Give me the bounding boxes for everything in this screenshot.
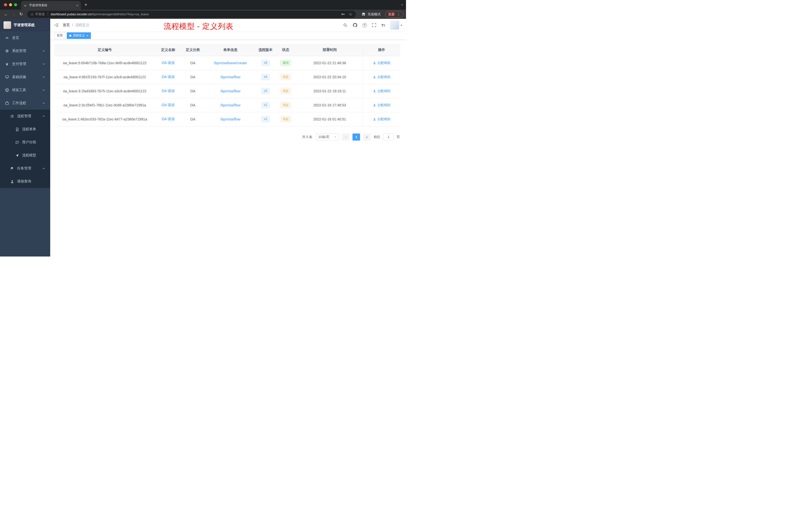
active-tag-dot <box>69 35 71 37</box>
sidebar-item-workflow[interactable]: 工作流程 <box>0 97 50 110</box>
next-page-button[interactable]: › <box>363 133 371 141</box>
avatar[interactable] <box>390 21 399 30</box>
sidebar-item-payment[interactable]: ¥ 支付管理 <box>0 58 50 70</box>
status-badge: 挂起 <box>280 116 291 122</box>
back-icon[interactable]: ← <box>2 11 9 18</box>
browser-toolbar: ← → ↻ ⚠ 不安全 dashboard.yudao.iocoder.cn /… <box>0 9 406 19</box>
security-label[interactable]: 不安全 <box>35 12 45 17</box>
column-header: 操作 <box>363 44 400 56</box>
browser-tab[interactable]: 芋道管理系统 × <box>21 1 81 9</box>
sidebar-item-label: 工作流程 <box>12 101 26 105</box>
new-tab-button[interactable]: + <box>84 2 87 7</box>
screen: 芋道管理系统 × + ← → ↻ ⚠ 不安全 dashboard.yudao.i… <box>0 0 406 256</box>
current-page-button[interactable]: 1 <box>352 133 360 141</box>
definition-name-link[interactable]: OA 请假 <box>162 103 174 107</box>
form-link[interactable]: /bpm/oa/flow <box>221 89 240 93</box>
paper-plane-icon <box>15 153 19 157</box>
sidebar-item-label: 流程表单 <box>22 127 36 131</box>
update-button[interactable]: 更新 ⋮ <box>385 11 404 18</box>
tag-home[interactable]: 首页 <box>54 32 65 39</box>
definition-name-link[interactable]: OA 请假 <box>162 89 174 93</box>
goto-page-input[interactable] <box>383 133 394 141</box>
dashboard-icon <box>5 36 9 40</box>
chevron-up-icon <box>42 102 45 105</box>
sidebar-item-home[interactable]: 首页 <box>0 31 50 44</box>
search-icon[interactable] <box>343 23 348 27</box>
chevron-down-icon <box>42 76 45 79</box>
assign-rule-link[interactable]: 分配规则 <box>373 117 390 121</box>
incognito-badge: 无痕模式 <box>361 12 381 17</box>
prev-page-button[interactable]: ‹ <box>342 133 349 141</box>
sidebar-item-label: 流程模型 <box>22 153 36 158</box>
browser-tab-strip: 芋道管理系统 × + <box>0 0 406 9</box>
sidebar-item-process-form[interactable]: 流程表单 <box>0 123 50 136</box>
assign-rule-link[interactable]: 分配规则 <box>373 89 390 93</box>
incognito-icon <box>361 12 366 17</box>
sidebar-item-label: 系统管理 <box>12 49 26 53</box>
bookmark-star-icon[interactable]: ☆ <box>349 12 352 17</box>
breadcrumb-separator: / <box>72 23 73 27</box>
form-link[interactable]: /bpm/oa/flow <box>221 75 240 79</box>
yen-icon: ¥ <box>5 62 9 66</box>
page-size-value: 10条/页 <box>318 135 329 139</box>
sidebar-item-process-management[interactable]: 流程管理 <box>0 110 50 123</box>
breadcrumb-home[interactable]: 首页 <box>63 23 70 27</box>
sidebar-item-user-group[interactable]: 用户分组 <box>0 136 50 149</box>
sidebar-item-leave-query[interactable]: 请假查询 <box>0 175 50 188</box>
user-menu[interactable]: ▾ <box>390 21 402 30</box>
form-link[interactable]: /bpm/oa/leave/create <box>214 61 247 65</box>
tag-process-definition[interactable]: 流程定义 × <box>67 32 91 39</box>
cube-icon <box>5 88 9 92</box>
address-bar[interactable]: ⚠ 不安全 dashboard.yudao.iocoder.cn /bpm/ma… <box>27 11 356 18</box>
browser-menu-icon[interactable]: ⋮ <box>397 12 401 16</box>
help-icon[interactable]: ? <box>362 23 367 27</box>
table-row: oa_leave:5:004b710b-7b8a-11ec-8ef0-acde4… <box>54 56 400 70</box>
logo-avatar <box>3 21 11 29</box>
definition-name-link[interactable]: OA 请假 <box>162 61 174 65</box>
flag-icon <box>10 167 14 171</box>
sidebar-item-devtools[interactable]: 研发工具 <box>0 84 50 97</box>
tag-close-icon[interactable]: × <box>86 34 88 37</box>
version-badge: v4 <box>261 74 270 80</box>
sidebar-item-process-model[interactable]: 流程模型 <box>0 149 50 162</box>
sidebar-logo[interactable]: 芋道管理系统 <box>0 19 50 31</box>
sidebar-item-label: 任务管理 <box>17 166 31 171</box>
font-size-icon[interactable]: TT <box>381 23 385 27</box>
tag-label: 首页 <box>57 33 63 38</box>
tab-search-icon[interactable] <box>401 3 404 6</box>
assign-rule-link[interactable]: 分配规则 <box>373 61 390 65</box>
logo-title: 芋道管理系统 <box>13 23 35 27</box>
breadcrumb-current: 流程定义 <box>75 23 89 27</box>
form-link[interactable]: /bpm/oa/flow <box>221 117 240 121</box>
sidebar-item-infrastructure[interactable]: 基础设施 <box>0 70 50 84</box>
tags-view-bar: 首页 流程定义 × <box>50 31 406 40</box>
sidebar-item-label: 研发工具 <box>12 88 26 92</box>
cell-category: OA <box>181 98 204 112</box>
version-badge: v5 <box>261 60 270 66</box>
password-key-icon[interactable] <box>341 12 345 16</box>
sidebar-toggle-icon[interactable] <box>54 23 59 27</box>
cell-deploy-time: 2022-01-16 01:40:51 <box>296 112 363 126</box>
forward-icon[interactable]: → <box>10 11 17 18</box>
sidebar-item-label: 首页 <box>12 36 19 40</box>
sidebar-item-task-management[interactable]: 任务管理 <box>0 162 50 175</box>
column-header: 部署时间 <box>296 44 363 56</box>
page-unit-label: 页 <box>397 135 400 139</box>
form-link[interactable]: /bpm/oa/flow <box>221 103 240 107</box>
assign-rule-link[interactable]: 分配规则 <box>373 75 390 79</box>
page-size-select[interactable]: 10条/页 ▼ <box>316 133 339 141</box>
definition-name-link[interactable]: OA 请假 <box>162 117 174 121</box>
assign-rule-link[interactable]: 分配规则 <box>373 103 390 108</box>
monitor-icon <box>5 75 9 79</box>
window-close-button[interactable] <box>4 3 7 6</box>
github-icon[interactable] <box>352 23 357 28</box>
window-minimize-button[interactable] <box>9 3 12 6</box>
table-header-row: 定义编号 定义名称 定义分类 表单信息 流程版本 状态 部署时间 操作 <box>54 44 400 56</box>
tab-close-icon[interactable]: × <box>76 3 78 7</box>
fullscreen-icon[interactable] <box>372 23 376 27</box>
pagination: 共 5 条 10条/页 ▼ ‹ 1 › 前往 页 <box>54 133 400 147</box>
sidebar-item-system[interactable]: 系统管理 <box>0 44 50 58</box>
definition-name-link[interactable]: OA 请假 <box>162 75 174 79</box>
reload-icon[interactable]: ↻ <box>18 11 25 18</box>
window-zoom-button[interactable] <box>14 3 17 6</box>
